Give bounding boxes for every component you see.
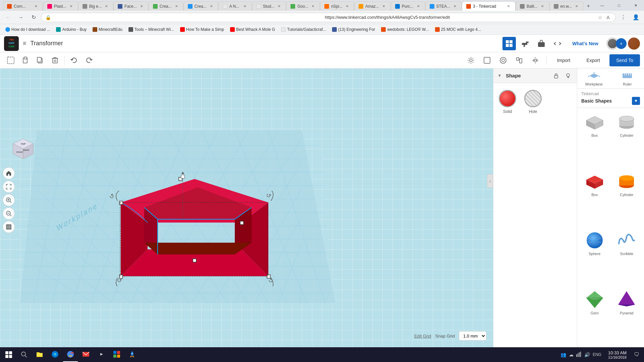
tab-active[interactable]: 3 - Tinkercad ✕: [462, 1, 516, 11]
subcategory-dropdown-button[interactable]: ▼: [632, 97, 640, 105]
tab-wiki-close[interactable]: ✕: [574, 4, 579, 9]
sidebar-expand-button[interactable]: ›: [487, 174, 493, 188]
mirror-button[interactable]: [529, 54, 542, 67]
menu-hamburger[interactable]: ≡: [21, 39, 28, 48]
network-tray-icon[interactable]: [576, 352, 582, 358]
fit-view-button[interactable]: [3, 181, 15, 193]
hole-circle[interactable]: [524, 90, 542, 107]
tab-2-close[interactable]: ✕: [68, 4, 74, 9]
search-taskbar-button[interactable]: [17, 347, 32, 362]
tab-balli[interactable]: Balli... ✕: [516, 1, 549, 11]
edit-grid-button[interactable]: Edit Grid: [414, 334, 431, 339]
extensions-button[interactable]: ⋮: [618, 12, 629, 23]
tab-8-close[interactable]: ✕: [276, 4, 282, 9]
snap-grid-select[interactable]: 1.0 mm: [459, 331, 486, 341]
clock[interactable]: 10:33 AM 11/16/2018: [605, 350, 629, 359]
refresh-button[interactable]: ↻: [28, 12, 39, 23]
briefcase-view-button[interactable]: [535, 37, 548, 50]
workplane-tool-button[interactable]: Workplane: [577, 68, 611, 88]
copy-clipboard-button[interactable]: [19, 54, 32, 67]
bookmark-wedobots[interactable]: wedobots: LEGO® W...: [378, 25, 431, 34]
shape-item-box-red[interactable]: Box: [580, 170, 609, 227]
delete-button[interactable]: [48, 54, 62, 67]
tab-3[interactable]: Big e... ✕: [78, 1, 113, 11]
tab-1[interactable]: Corn... ✕: [3, 1, 43, 11]
new-tab-button[interactable]: +: [584, 1, 593, 11]
export-button[interactable]: Export: [580, 54, 606, 66]
file-explorer-taskbar[interactable]: [32, 347, 47, 362]
shape-item-gem-green[interactable]: Gem: [580, 288, 609, 345]
tab-7[interactable]: A N... ✕: [218, 1, 252, 11]
send-to-button[interactable]: Send To: [609, 54, 640, 66]
navigation-cube[interactable]: TOP FRONT RIGHT: [8, 135, 38, 166]
shape-item-cylinder-gray[interactable]: Cylinder: [612, 111, 642, 167]
align-button[interactable]: [513, 54, 526, 67]
back-button[interactable]: ←: [3, 12, 13, 23]
shape-item-pyramid-purple[interactable]: Pyramid: [612, 288, 642, 345]
hole-option[interactable]: Hole: [524, 90, 542, 114]
handle-height[interactable]: [181, 175, 184, 178]
add-user-button[interactable]: +: [616, 38, 627, 49]
tab-13-close[interactable]: ✕: [452, 4, 458, 9]
lang-indicator[interactable]: ENG: [593, 352, 601, 357]
shape-item-scribble[interactable]: Scribble: [612, 229, 642, 286]
tab-10[interactable]: nSpi... ✕: [320, 1, 354, 11]
zoom-in-button[interactable]: [3, 194, 15, 206]
tab-6-close[interactable]: ✕: [209, 4, 214, 9]
zoom-out-button[interactable]: [3, 207, 15, 220]
handle-topright[interactable]: [240, 221, 244, 225]
people-tray-icon[interactable]: 👥: [560, 352, 566, 357]
handle-bottom-mid[interactable]: [193, 259, 196, 262]
duplicate-button[interactable]: [34, 54, 47, 67]
ruler-tool-button[interactable]: Ruler: [611, 68, 644, 88]
viewport[interactable]: Workplane: [0, 68, 493, 347]
media-taskbar[interactable]: [94, 347, 109, 362]
user-avatar[interactable]: [628, 38, 640, 50]
bookmark-how-download[interactable]: How do I download ...: [3, 25, 53, 34]
minimize-button[interactable]: —: [594, 0, 610, 11]
notification-button[interactable]: 🗨: [631, 347, 643, 362]
bookmark-tools-minecraft[interactable]: Tools – Minecraft Wi...: [126, 25, 177, 34]
tab-5-close[interactable]: ✕: [174, 4, 179, 9]
translate-icon[interactable]: A: [605, 14, 611, 21]
shape-item-cylinder-orange[interactable]: Cylinder: [612, 170, 642, 227]
launcher-taskbar[interactable]: [125, 347, 140, 362]
light-button[interactable]: [464, 54, 478, 67]
redo-button[interactable]: [82, 54, 96, 67]
whats-new-button[interactable]: What's New: [567, 38, 604, 50]
tab-8[interactable]: Stud... ✕: [252, 1, 286, 11]
create-workplane-button[interactable]: [4, 54, 17, 67]
panel-light-button[interactable]: [564, 71, 573, 80]
grid-view-button[interactable]: [502, 37, 516, 50]
bookmark-engineering[interactable]: (13) Engineering For: [329, 25, 378, 34]
tab-6[interactable]: Crea... ✕: [183, 1, 218, 11]
bookmark-galacticraft[interactable]: Tutorials/Galacticraf...: [278, 25, 329, 34]
start-button[interactable]: [1, 347, 16, 362]
import-button[interactable]: Import: [550, 54, 577, 66]
bookmark-star-icon[interactable]: ☆: [597, 14, 603, 21]
shape-item-box-gray[interactable]: Box: [580, 111, 609, 167]
tab-1-close[interactable]: ✕: [33, 4, 39, 9]
tab-4[interactable]: Face... ✕: [113, 1, 149, 11]
chrome-taskbar[interactable]: [63, 347, 78, 362]
tab-11-close[interactable]: ✕: [381, 4, 386, 9]
solid-circle[interactable]: [499, 90, 516, 107]
undo-button[interactable]: [67, 54, 81, 67]
3d-object-container[interactable]: ↺ ↺ ↺ ↺: [101, 135, 288, 286]
panel-lock-button[interactable]: [551, 71, 561, 80]
bookmark-arduino[interactable]: Arduino - Buy: [53, 25, 89, 34]
onedrive-tray-icon[interactable]: ☁: [569, 352, 574, 357]
orthographic-button[interactable]: [3, 221, 15, 233]
tab-4-close[interactable]: ✕: [139, 4, 144, 9]
close-button[interactable]: ✕: [628, 0, 643, 11]
edge-taskbar[interactable]: [48, 347, 62, 362]
tab-balli-close[interactable]: ✕: [540, 4, 545, 9]
bookmark-minecraft-edu[interactable]: MinecraftEdu: [90, 25, 125, 34]
tinkercad-logo[interactable]: TIN KER CAD: [4, 36, 19, 51]
code-view-button[interactable]: [551, 37, 564, 50]
tab-10-close[interactable]: ✕: [344, 4, 350, 9]
bookmark-whack-mole[interactable]: Best Whack A Mole G: [227, 25, 278, 34]
tab-wiki[interactable]: en.w... ✕: [549, 1, 584, 11]
profile-button[interactable]: 👤: [631, 12, 641, 23]
tab-12-close[interactable]: ✕: [416, 4, 421, 9]
